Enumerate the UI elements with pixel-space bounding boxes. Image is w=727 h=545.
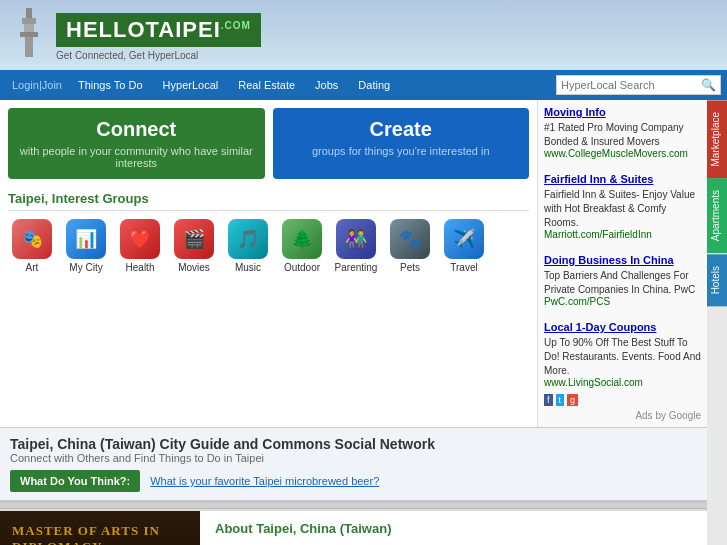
- nav-real-estate[interactable]: Real Estate: [228, 70, 305, 100]
- login-button[interactable]: Login|Join: [6, 75, 68, 95]
- ad-coupons: Local 1-Day Coupons Up To 90% Off The Be…: [544, 321, 701, 388]
- group-music[interactable]: 🎵 Music: [224, 219, 272, 273]
- ad-moving-info: Moving Info #1 Rated Pro Moving Company …: [544, 106, 701, 159]
- city-guide-title: Taipei, China (Taiwan) City Guide and Co…: [10, 436, 697, 452]
- groups-title: Taipei, Interest Groups: [8, 191, 529, 211]
- ad-fairfield-body: Fairfield Inn & Suites- Enjoy Value with…: [544, 189, 695, 228]
- svg-rect-2: [24, 24, 34, 32]
- bottom-ad-title: Master of Arts in Diplomacy: [12, 523, 188, 545]
- ad-china-title[interactable]: Doing Business In China: [544, 254, 701, 266]
- ad-china-url: PwC.com/PCS: [544, 296, 701, 307]
- search-input[interactable]: [561, 79, 701, 91]
- group-mycity[interactable]: 📊 My City: [62, 219, 110, 273]
- outdoor-icon: 🌲: [282, 219, 322, 259]
- logo-box[interactable]: HELLOTAIPEI.COM: [56, 13, 261, 47]
- svg-rect-4: [25, 37, 33, 57]
- ad-moving-info-url: www.CollegeMuscleMovers.com: [544, 148, 701, 159]
- parenting-label: Parenting: [335, 262, 378, 273]
- marketplace-tab[interactable]: Marketplace: [707, 100, 727, 178]
- movies-label: Movies: [178, 262, 210, 273]
- mycity-icon: 📊: [66, 219, 106, 259]
- svg-rect-0: [26, 8, 32, 18]
- music-icon: 🎵: [228, 219, 268, 259]
- what-think-label: What Do You Think?:: [10, 470, 140, 492]
- logo-area: HELLOTAIPEI.COM Get Connected, Get Hyper…: [56, 13, 261, 61]
- group-outdoor[interactable]: 🌲 Outdoor: [278, 219, 326, 273]
- about-title: About Taipei, China (Taiwan): [215, 521, 692, 536]
- ad-coupons-url: www.LivingSocial.com: [544, 377, 701, 388]
- nav-jobs[interactable]: Jobs: [305, 70, 348, 100]
- navbar: Login|Join Things To Do HyperLocal Real …: [0, 70, 727, 100]
- health-icon: ❤️: [120, 219, 160, 259]
- group-movies[interactable]: 🎬 Movies: [170, 219, 218, 273]
- create-subtitle: groups for things you're interested in: [283, 145, 520, 157]
- bottom-about: About Taipei, China (Taiwan) Taipei Movi…: [200, 511, 707, 545]
- ad-coupons-title[interactable]: Local 1-Day Coupons: [544, 321, 701, 333]
- page-header: HELLOTAIPEI.COM Get Connected, Get Hyper…: [0, 0, 727, 70]
- art-icon: 🎭: [12, 219, 52, 259]
- group-pets[interactable]: 🐾 Pets: [386, 219, 434, 273]
- outdoor-label: Outdoor: [284, 262, 320, 273]
- nav-dating[interactable]: Dating: [348, 70, 400, 100]
- ad-fairfield: Fairfield Inn & Suites Fairfield Inn & S…: [544, 173, 701, 240]
- top-row: Connect with people in your community wh…: [0, 100, 707, 427]
- pets-label: Pets: [400, 262, 420, 273]
- sidebar-tabs: Marketplace Apartments Hotels: [707, 100, 727, 545]
- connect-subtitle: with people in your community who have s…: [18, 145, 255, 169]
- travel-label: Travel: [450, 262, 477, 273]
- pets-icon: 🐾: [390, 219, 430, 259]
- city-guide-bar: Taipei, China (Taiwan) City Guide and Co…: [0, 427, 707, 501]
- what-think-area: What Do You Think?: What is your favorit…: [10, 470, 697, 492]
- parenting-icon: 👫: [336, 219, 376, 259]
- bottom-ad-panel: Master of Arts in Diplomacy Experience a…: [0, 511, 200, 545]
- art-label: Art: [26, 262, 39, 273]
- mycity-label: My City: [69, 262, 102, 273]
- create-button[interactable]: Create groups for things you're interest…: [273, 108, 530, 179]
- hotels-tab[interactable]: Hotels: [707, 254, 727, 306]
- group-art[interactable]: 🎭 Art: [8, 219, 56, 273]
- separator: [0, 501, 707, 509]
- groups-grid: 🎭 Art 📊 My City ❤️ Health �: [8, 219, 529, 273]
- nav-hyperlocal[interactable]: HyperLocal: [153, 70, 229, 100]
- logo-text: HELLOTAIPEI.COM: [66, 17, 251, 42]
- ad-moving-info-title[interactable]: Moving Info: [544, 106, 701, 118]
- svg-rect-3: [20, 32, 38, 37]
- ad-china-body: Top Barriers And Challenges For Private …: [544, 270, 695, 295]
- ad-fairfield-url: Marriott.com/FairfieldInn: [544, 229, 701, 240]
- create-title: Create: [283, 118, 520, 141]
- ad-coupons-body: Up To 90% Off The Best Stuff To Do! Rest…: [544, 337, 701, 376]
- svg-rect-1: [22, 18, 36, 24]
- music-label: Music: [235, 262, 261, 273]
- travel-icon: ✈️: [444, 219, 484, 259]
- group-health[interactable]: ❤️ Health: [116, 219, 164, 273]
- city-guide-subtitle: Connect with Others and Find Things to D…: [10, 452, 697, 464]
- social-gp-icon[interactable]: g: [567, 394, 578, 406]
- apartments-tab[interactable]: Apartments: [707, 178, 727, 253]
- movies-icon: 🎬: [174, 219, 214, 259]
- connect-create-area: Connect with people in your community wh…: [8, 108, 529, 179]
- search-box: 🔍: [556, 75, 721, 95]
- group-travel[interactable]: ✈️ Travel: [440, 219, 488, 273]
- left-panel: Connect with people in your community wh…: [0, 100, 537, 427]
- taipei-tower-icon: [10, 8, 48, 63]
- health-label: Health: [126, 262, 155, 273]
- ad-china: Doing Business In China Top Barriers And…: [544, 254, 701, 307]
- content-column: Connect with people in your community wh…: [0, 100, 707, 545]
- what-think-link[interactable]: What is your favorite Taipei microbrewed…: [150, 475, 379, 487]
- tagline: Get Connected, Get HyperLocal: [56, 50, 261, 61]
- header-icon-area: [10, 8, 48, 66]
- social-tw-icon[interactable]: t: [556, 394, 565, 406]
- ads-by-google: Ads by Google: [544, 410, 701, 421]
- connect-title: Connect: [18, 118, 255, 141]
- social-fb-icon[interactable]: f: [544, 394, 553, 406]
- bottom-section: Master of Arts in Diplomacy Experience a…: [0, 509, 707, 545]
- connect-button[interactable]: Connect with people in your community wh…: [8, 108, 265, 179]
- group-parenting[interactable]: 👫 Parenting: [332, 219, 380, 273]
- main-wrapper: Connect with people in your community wh…: [0, 100, 727, 545]
- search-button[interactable]: 🔍: [701, 78, 716, 92]
- ad-moving-info-body: #1 Rated Pro Moving Company Bonded & Ins…: [544, 122, 684, 147]
- ad-fairfield-title[interactable]: Fairfield Inn & Suites: [544, 173, 701, 185]
- right-ads: Moving Info #1 Rated Pro Moving Company …: [537, 100, 707, 427]
- nav-things-to-do[interactable]: Things To Do: [68, 70, 153, 100]
